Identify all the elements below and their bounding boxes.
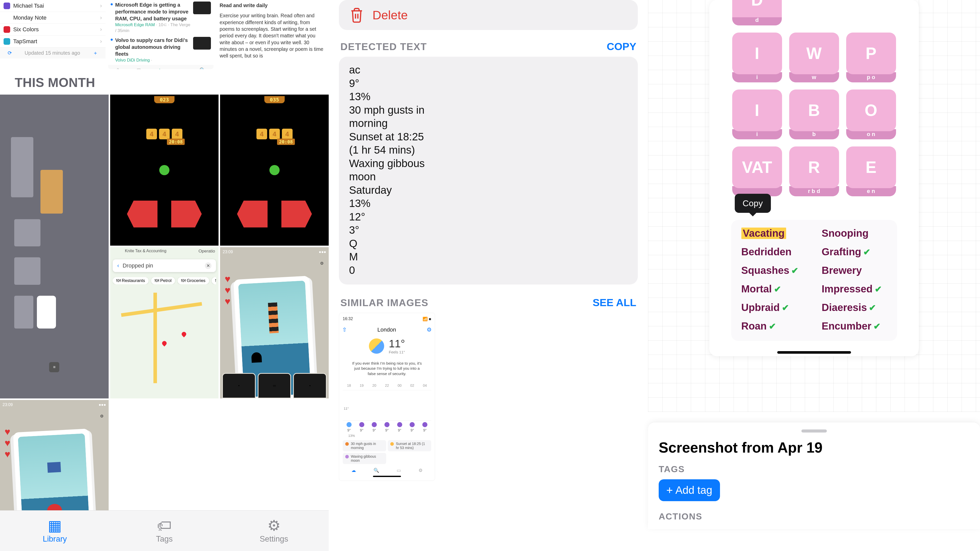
word-entry[interactable]: Snooping [822, 227, 887, 239]
word-entry[interactable]: Squashes ✔ [741, 265, 807, 276]
tags-section-label: TAGS [659, 464, 969, 474]
right-panel: D d i I w W p o P i I b B o n O VAT r b … [648, 0, 980, 551]
check-icon: ✔ [869, 303, 876, 313]
thumbnail-grid: ≡ 023 444 20:08 035 444 20:08 [0, 95, 329, 551]
add-tag-button[interactable]: + Add tag [659, 479, 720, 501]
similar-images-label: SIMILAR IMAGES [340, 297, 428, 308]
detected-text-label: DETECTED TEXT [340, 41, 427, 52]
tag-icon: 🏷 [157, 518, 172, 533]
gear-icon: ⚙ [100, 414, 103, 419]
weather-chip: Sunset at 18:25 (1 hr 53 mins) [388, 440, 431, 451]
copy-button[interactable]: COPY [607, 41, 636, 52]
plus-icon[interactable]: ＋ [93, 49, 98, 56]
weather-chip: 30 mph gusts in morning [343, 440, 386, 451]
similar-image-weather[interactable]: 16:32📶 ■ ⇧London⚙ 11°Feels 11° If you ev… [339, 313, 435, 481]
letter-tile[interactable]: i I [732, 89, 782, 139]
word-entry[interactable]: Bedridden [741, 246, 807, 257]
check-icon: ✔ [782, 303, 789, 313]
letter-tile[interactable]: b B [789, 89, 839, 139]
see-all-button[interactable]: SEE ALL [593, 297, 636, 309]
feed-area: Michael Tsai›Monday Note›Six Colors›TapS… [0, 0, 329, 71]
gear-icon: ⚙ [418, 468, 423, 473]
thumb-map[interactable]: Operatio Knite Tax & Accounting ‹ Droppe… [110, 247, 219, 398]
gear-icon: ⚙ [426, 327, 432, 333]
word-entry[interactable]: Grafting ✔ [822, 246, 887, 257]
thumb-cards-1[interactable]: 23:09●●● ⚙ ♥♥♥ •∞• [220, 247, 329, 398]
map-chip[interactable]: 🍽 Groceries [178, 277, 209, 284]
word-entry[interactable]: Impressed ✔ [822, 283, 887, 295]
reader-excerpt: Read and write daily Exercise your writi… [216, 0, 329, 69]
check-icon: ✔ [774, 284, 781, 294]
check-icon: ✔ [873, 321, 881, 331]
cloud-icon: ☁ [352, 468, 356, 473]
share-icon: ⇧ [342, 327, 347, 333]
map-chip[interactable]: 🍽 Coffee [212, 277, 216, 284]
sheet-title: Screenshot from Apr 19 [659, 439, 969, 456]
copy-tooltip[interactable]: Copy [735, 194, 771, 213]
delete-button[interactable]: Delete [339, 0, 638, 30]
tab-bar: ▦ Library 🏷 Tags ⚙ Settings [0, 510, 329, 551]
feed-article[interactable]: Volvo to supply cars for Didi's global a… [108, 35, 214, 65]
trash-icon [350, 7, 364, 23]
thumb-pinball-1[interactable]: 023 444 20:08 [110, 95, 219, 246]
check-icon: ✔ [875, 284, 882, 294]
delete-label: Delete [372, 8, 408, 22]
library-icon: ▦ [48, 518, 62, 533]
book-icon: ▭ [397, 468, 401, 473]
letter-tile[interactable]: p o P [846, 33, 896, 83]
word-entry[interactable]: Roan ✔ [741, 321, 807, 332]
reader-title: Read and write daily [220, 2, 325, 9]
map-chip[interactable]: 🍽 Restaurants [113, 277, 149, 284]
feed-articles: Microsoft Edge is getting a performance … [108, 0, 214, 69]
home-indicator [777, 351, 851, 354]
gear-icon: ⚙ [320, 261, 324, 266]
word-entry[interactable]: Encumber ✔ [822, 321, 887, 332]
pinball-score: 035 [264, 96, 285, 103]
detected-text-content: ac 9° 13% 30 mph gusts in morning Sunset… [339, 57, 638, 284]
feed-source-item[interactable]: Michael Tsai› [0, 0, 106, 12]
search-icon: 🔍 [374, 468, 379, 473]
check-icon: ✔ [863, 247, 870, 257]
feed-source-item[interactable]: TapSmart› [0, 36, 106, 48]
feed-source-item[interactable]: Six Colors› [0, 24, 106, 36]
library-panel: Michael Tsai›Monday Note›Six Colors›TapS… [0, 0, 329, 551]
letter-tile[interactable]: o n O [846, 89, 896, 139]
detail-panel: Delete DETECTED TEXT COPY ac 9° 13% 30 m… [329, 0, 648, 551]
screenshot-sheet: Screenshot from Apr 19 TAGS + Add tag AC… [648, 422, 980, 529]
pinball-score: 023 [154, 96, 175, 103]
letter-tile[interactable]: r b d R [789, 146, 839, 196]
section-this-month: THIS MONTH [0, 71, 329, 95]
tab-tags[interactable]: 🏷 Tags [110, 511, 219, 551]
check-icon: ✔ [791, 265, 799, 276]
tab-settings[interactable]: ⚙ Settings [219, 511, 329, 551]
map-chip[interactable]: 🍽 Petrol [151, 277, 175, 284]
word-entry[interactable]: Upbraid ✔ [741, 302, 807, 313]
letter-tile[interactable]: e n E [846, 146, 896, 196]
weather-icon [369, 338, 384, 354]
word-list: VacatingSnoopingBedriddenGrafting ✔Squas… [731, 220, 897, 341]
check-icon: ✔ [769, 321, 776, 331]
feed-article[interactable]: Microsoft Edge is getting a performance … [108, 0, 214, 35]
grabber[interactable] [802, 429, 827, 432]
tab-library[interactable]: ▦ Library [0, 511, 110, 551]
reader-body: Exercise your writing brain. Read often … [220, 12, 325, 59]
letter-tile[interactable]: w W [789, 33, 839, 83]
feed-sources: Michael Tsai›Monday Note›Six Colors›TapS… [0, 0, 106, 69]
word-entry[interactable]: Brewery [822, 265, 887, 276]
word-game-preview: D d i I w W p o P i I b B o n O VAT r b … [648, 0, 980, 412]
letter-tile[interactable]: i I [732, 33, 782, 83]
thumb-puzzle[interactable]: ≡ [0, 95, 109, 399]
word-entry[interactable]: Diaeresis ✔ [822, 302, 887, 313]
refresh-icon[interactable]: ⟳ [8, 49, 12, 56]
actions-section-label: ACTIONS [659, 511, 969, 521]
plus-icon: + [666, 484, 673, 497]
word-entry[interactable]: Mortal ✔ [741, 283, 807, 295]
map-search[interactable]: ‹ Dropped pin × [113, 259, 216, 272]
feed-source-item[interactable]: Monday Note› [0, 12, 106, 24]
tile[interactable]: D d [732, 0, 782, 25]
letter-tile[interactable]: VAT [732, 146, 782, 196]
weather-chip: Waxing gibbous moon [343, 453, 386, 464]
gear-icon: ⚙ [267, 518, 281, 533]
word-entry[interactable]: Vacating [741, 227, 786, 239]
thumb-pinball-2[interactable]: 035 444 20:08 [220, 95, 329, 246]
